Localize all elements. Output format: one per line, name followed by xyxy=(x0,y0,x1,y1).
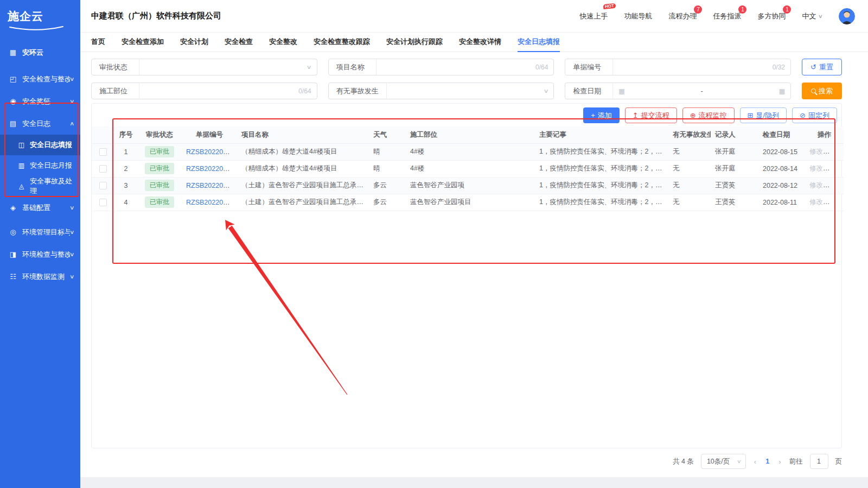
sidebar-item-safety-log[interactable]: ▤ 安全日志 ∧ xyxy=(0,112,80,135)
target-icon: ◎ xyxy=(9,228,17,236)
nav-quick-start[interactable]: 快速上手 HOT xyxy=(579,11,608,21)
cell-part: 4#楼 xyxy=(406,160,535,177)
construction-part-input[interactable]: 施工部位 0/64 xyxy=(91,83,317,99)
doc-no-link[interactable]: RZSB2022080004 xyxy=(186,148,237,156)
cell-no: 1 xyxy=(114,143,137,160)
shield-icon: ◉ xyxy=(9,97,17,105)
sidebar-item-env-monitor[interactable]: ☷ 环境数据监测 ∨ xyxy=(0,265,80,288)
field-label: 有无事故发生 xyxy=(329,83,387,99)
project-name-input[interactable]: 项目名称 0/64 xyxy=(328,59,554,75)
monitor-circle-icon: ⊕ xyxy=(690,111,696,119)
tab-safety-check-add[interactable]: 安全检查添加 xyxy=(122,33,164,52)
row-checkbox[interactable] xyxy=(99,165,107,173)
sidebar-subitem-label: 安全日志月报 xyxy=(30,161,72,170)
sidebar-item-safety-log-fill[interactable]: ◫ 安全日志填报 xyxy=(0,135,80,155)
tab-rectify-detail[interactable]: 安全整改详情 xyxy=(459,33,501,52)
nav-function-guide[interactable]: 功能导航 xyxy=(624,11,652,21)
char-counter: 0/64 xyxy=(535,64,548,71)
page-size-select[interactable]: 10条/页 ∨ xyxy=(701,454,746,469)
sidebar-item-anhuanyun[interactable]: ▦ 安环云 xyxy=(0,41,80,64)
tab-safety-log-fill[interactable]: 安全日志填报 xyxy=(518,33,560,52)
search-button[interactable]: 搜索 xyxy=(802,83,842,99)
chevron-down-icon: ∨ xyxy=(69,98,75,104)
sidebar-item-safety-accident[interactable]: ◬ 安全事故及处理 xyxy=(0,176,80,197)
reset-button[interactable]: ↺ 重置 xyxy=(802,59,842,75)
status-badge: 已审批 xyxy=(145,146,174,157)
chevron-down-icon: ∨ xyxy=(307,64,312,70)
col-status: 审批状态 xyxy=(137,126,182,143)
status-badge: 已审批 xyxy=(145,180,174,191)
company-title: 中建君联（广州）软件科技有限公司 xyxy=(91,11,221,21)
sidebar-item-safety-log-monthly[interactable]: ▥ 安全日志月报 xyxy=(0,155,80,176)
doc-no-link[interactable]: RZSB2022080003 xyxy=(186,165,237,173)
submit-flow-button[interactable]: ↥ 提交流程 xyxy=(625,107,677,123)
cell-date: 2022-08-15 xyxy=(758,143,805,160)
sidebar-item-base-config[interactable]: ◈ 基础配置 ∨ xyxy=(0,197,80,219)
modify-link[interactable]: 修改 xyxy=(809,181,823,189)
tab-bar: 首页 安全检查添加 安全计划 安全检查 安全整改 安全检查整改跟踪 安全计划执行… xyxy=(80,33,868,52)
search-icon xyxy=(811,88,816,93)
tab-safety-plan[interactable]: 安全计划 xyxy=(180,33,208,52)
count-badge: 1 xyxy=(783,5,791,14)
tab-safety-check[interactable]: 安全检查 xyxy=(225,33,253,52)
fixed-columns-label: 固定列 xyxy=(808,111,829,121)
accident-select[interactable]: 有无事故发生 ∨ xyxy=(328,83,554,99)
col-no: 序号 xyxy=(114,126,137,143)
nav-collaboration[interactable]: 多方协同 1 xyxy=(757,11,786,21)
modify-link[interactable]: 修改 xyxy=(809,164,823,172)
next-page-button[interactable]: › xyxy=(777,458,782,466)
nav-process-handle[interactable]: 流程办理 7 xyxy=(668,11,697,21)
cell-weather: 晴 xyxy=(369,160,406,177)
delete-link[interactable]: 删除 xyxy=(828,164,842,172)
show-hide-columns-button[interactable]: ⊞ 显/隐列 xyxy=(740,107,787,123)
doc-no-link[interactable]: RZSB2022080001 xyxy=(186,199,237,206)
delete-link[interactable]: 删除 xyxy=(828,148,842,155)
log-table: 序号 审批状态 单据编号 项目名称 天气 施工部位 主要记事 有无事故发生 记录… xyxy=(92,126,844,211)
row-checkbox[interactable] xyxy=(99,199,107,206)
nav-task-assign[interactable]: 任务指派 1 xyxy=(713,11,741,21)
submit-flow-label: 提交流程 xyxy=(641,111,669,121)
cell-date: 2022-08-11 xyxy=(758,194,805,211)
avatar[interactable] xyxy=(839,8,855,24)
tab-safety-rectify[interactable]: 安全整改 xyxy=(269,33,297,52)
total-count: 共 4 条 xyxy=(673,457,694,466)
chevron-down-icon: ∨ xyxy=(818,14,823,19)
check-date-range[interactable]: 检查日期 ▦ - ▦ xyxy=(565,83,791,99)
calendar-icon: ▦ xyxy=(618,87,624,95)
delete-link[interactable]: 删除 xyxy=(828,181,842,189)
sidebar-item-safety-check[interactable]: ◰ 安全检查与整改 ∨ xyxy=(0,68,80,90)
modify-link[interactable]: 修改 xyxy=(809,148,823,155)
sidebar-item-label: 环境数据监测 xyxy=(22,272,70,282)
col-project: 项目名称 xyxy=(237,126,369,143)
cell-notes: 1，疫情防控责任落实、环境消毒；2，人员每... xyxy=(535,160,668,177)
top-header: 中建君联（广州）软件科技有限公司 快速上手 HOT 功能导航 流程办理 7 任务… xyxy=(80,0,868,33)
modify-link[interactable]: 修改 xyxy=(809,198,823,206)
tab-check-rectify-track[interactable]: 安全检查整改跟踪 xyxy=(314,33,370,52)
delete-link[interactable]: 删除 xyxy=(828,198,842,206)
sidebar-item-safety-reward[interactable]: ◉ 安全奖惩 ∨ xyxy=(0,90,80,112)
chevron-down-icon: ∨ xyxy=(737,459,742,464)
doc-no-link[interactable]: RZSB2022080002 xyxy=(186,182,237,189)
row-checkbox[interactable] xyxy=(99,182,107,189)
show-hide-columns-label: 显/隐列 xyxy=(756,111,779,121)
goto-page-input[interactable]: 1 xyxy=(810,454,828,469)
approval-status-select[interactable]: 审批状态 ∨ xyxy=(91,59,317,75)
monitor-icon: ☷ xyxy=(9,272,17,281)
tab-home[interactable]: 首页 xyxy=(91,33,105,52)
tab-plan-exec-track[interactable]: 安全计划执行跟踪 xyxy=(386,33,443,52)
add-button[interactable]: + 添加 xyxy=(583,107,620,123)
add-label: 添加 xyxy=(598,111,612,121)
doc-no-input[interactable]: 单据编号 0/32 xyxy=(565,59,791,75)
flow-monitor-button[interactable]: ⊕ 流程监控 xyxy=(682,107,735,123)
language-switcher[interactable]: 中文 ∨ xyxy=(802,11,822,21)
sidebar-item-env-target[interactable]: ◎ 环境管理目标与... ∨ xyxy=(0,221,80,243)
row-checkbox[interactable] xyxy=(99,148,107,156)
sidebar-subitem-label: 安全事故及处理 xyxy=(30,176,75,196)
fixed-columns-button[interactable]: ⊘ 固定列 xyxy=(792,107,837,123)
cell-notes: 1，疫情防控责任落实、环境消毒；2，人员每... xyxy=(535,194,668,211)
prev-page-button[interactable]: ‹ xyxy=(753,458,757,466)
field-label: 单据编号 xyxy=(565,59,613,75)
table-header-row: 序号 审批状态 单据编号 项目名称 天气 施工部位 主要记事 有无事故发生 记录… xyxy=(92,126,844,143)
page-number[interactable]: 1 xyxy=(764,458,770,465)
sidebar-item-env-check[interactable]: ◨ 环境检查与整改 ∨ xyxy=(0,243,80,265)
